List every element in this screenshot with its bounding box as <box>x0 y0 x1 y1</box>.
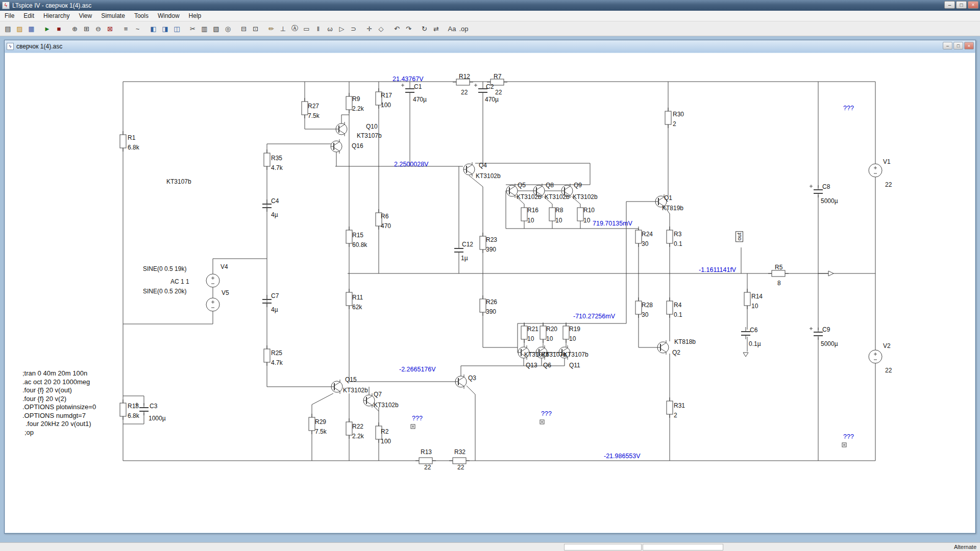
component-flag1[interactable] <box>411 424 415 429</box>
schematic-canvas[interactable]: R16.8kKT3107bSINE(0 0.5 19k)V4AC 1 1SINE… <box>5 53 975 533</box>
spice-directive[interactable]: .OPTIONS plotwinsize=0 <box>22 404 96 411</box>
child-minimize-button[interactable]: – <box>943 42 952 49</box>
component-label[interactable]: R16 <box>527 207 538 214</box>
component-R35[interactable] <box>264 149 270 170</box>
component-label[interactable]: SINE(0 0.5 20k) <box>143 288 186 295</box>
toolbar-run[interactable]: ► <box>41 23 53 34</box>
component-label[interactable]: KT3102b <box>476 172 501 180</box>
component-label[interactable]: 7.5k <box>308 112 320 119</box>
component-flag3[interactable] <box>842 443 846 447</box>
component-R21[interactable] <box>521 322 527 343</box>
component-label[interactable]: 390 <box>486 246 496 253</box>
component-label[interactable]: C12 <box>462 241 473 248</box>
component-Q10[interactable] <box>336 122 347 136</box>
component-label[interactable]: Q1 <box>664 194 672 202</box>
component-label[interactable]: 4.7k <box>271 359 283 366</box>
component-label[interactable]: R1 <box>128 134 135 141</box>
component-label[interactable]: Q2 <box>672 349 680 356</box>
toolbar-save[interactable]: ▦ <box>26 23 37 34</box>
component-R1[interactable] <box>120 131 126 152</box>
toolbar-ground[interactable]: ⊥ <box>277 23 289 34</box>
component-label[interactable]: Q9 <box>574 182 582 189</box>
component-label[interactable]: KT3107b <box>542 351 567 358</box>
component-R16[interactable] <box>521 204 527 224</box>
component-Q2[interactable] <box>657 340 669 355</box>
component-label[interactable]: 470µ <box>485 96 499 103</box>
component-R27[interactable] <box>302 98 308 118</box>
spice-directive[interactable]: .four 20kHz 20 v(out1) <box>26 420 91 428</box>
component-label[interactable]: Q5 <box>518 182 526 189</box>
maximize-button[interactable]: □ <box>956 1 967 9</box>
component-R11[interactable] <box>346 289 352 309</box>
child-close-button[interactable]: × <box>964 42 974 49</box>
toolbar-spice-netlist[interactable]: ≡ <box>120 23 132 34</box>
child-restore-button[interactable]: □ <box>953 42 963 49</box>
component-label[interactable]: R32 <box>454 448 465 456</box>
component-label[interactable]: R5 <box>775 264 782 271</box>
toolbar-zoom-region[interactable]: ⊞ <box>81 23 92 34</box>
component-label[interactable]: R35 <box>271 155 282 162</box>
voltage-annotation[interactable]: 2.2500028V <box>394 161 428 168</box>
component-label[interactable]: 4.7k <box>271 164 283 171</box>
component-label[interactable]: Q8 <box>546 182 554 189</box>
component-label[interactable]: 10 <box>527 335 534 342</box>
component-label[interactable]: 7.5k <box>315 428 327 435</box>
voltage-annotation[interactable]: -2.2665176V <box>399 366 436 373</box>
component-label[interactable]: 30 <box>642 311 648 318</box>
component-label[interactable]: R20 <box>546 325 557 333</box>
component-label[interactable]: 470µ <box>413 96 427 103</box>
component-label[interactable]: R21 <box>527 325 538 333</box>
spice-directive[interactable]: ;op <box>24 429 34 436</box>
toolbar-zoom-in[interactable]: ⊕ <box>69 23 81 34</box>
component-label[interactable]: KT3102b <box>573 193 598 201</box>
close-button[interactable]: × <box>968 1 978 9</box>
component-label[interactable]: KT3107b <box>564 351 589 358</box>
component-R24[interactable] <box>635 227 642 247</box>
voltage-annotation[interactable]: ??? <box>541 410 552 417</box>
component-R23[interactable] <box>480 233 486 253</box>
voltage-annotation[interactable]: -1.1611141fV <box>699 266 736 273</box>
component-label[interactable]: 10 <box>546 335 553 342</box>
component-label[interactable]: R24 <box>642 231 653 238</box>
component-V4[interactable] <box>206 274 219 287</box>
component-label[interactable]: KT3102b <box>517 193 542 201</box>
component-label[interactable]: V5 <box>222 289 229 296</box>
component-C9[interactable] <box>810 327 823 340</box>
component-label[interactable]: R3 <box>674 231 681 238</box>
toolbar-mirror[interactable]: ⇄ <box>430 23 442 34</box>
toolbar-pane-tile[interactable]: ◫ <box>171 23 183 34</box>
component-R4[interactable] <box>667 297 673 318</box>
component-label[interactable]: R31 <box>674 402 685 409</box>
component-R31[interactable] <box>667 397 673 418</box>
component-label[interactable]: R14 <box>751 293 763 300</box>
component-R28[interactable] <box>635 297 642 318</box>
component-label[interactable]: R8 <box>555 207 563 214</box>
voltage-annotation[interactable]: 21.43767V <box>393 76 423 83</box>
menu-edit[interactable]: Edit <box>19 11 39 21</box>
component-label[interactable]: R9 <box>352 95 360 103</box>
component-label[interactable]: Q3 <box>468 374 476 382</box>
component-Q5[interactable] <box>506 184 518 198</box>
component-C8[interactable] <box>810 185 823 197</box>
toolbar-cut[interactable]: ✂ <box>187 23 199 34</box>
component-R20[interactable] <box>540 322 546 343</box>
component-label[interactable]: Q10 <box>366 123 378 130</box>
component-R32[interactable] <box>449 458 470 464</box>
voltage-annotation[interactable]: ??? <box>412 415 423 422</box>
component-label[interactable]: Q11 <box>569 362 580 369</box>
voltage-annotation[interactable]: ??? <box>843 433 854 440</box>
spice-directive[interactable]: .four {f} 20 v(2) <box>22 395 66 403</box>
component-label[interactable]: C6 <box>750 327 757 334</box>
component-label[interactable]: 22 <box>457 464 464 471</box>
component-V5[interactable] <box>206 298 219 311</box>
component-label[interactable]: KT3107b <box>166 178 191 185</box>
toolbar-drag[interactable]: ◇ <box>375 23 387 34</box>
component-label[interactable]: 4µ <box>271 211 278 218</box>
component-label[interactable]: KT3102b <box>343 387 368 394</box>
net-flag-out[interactable]: out <box>736 231 743 242</box>
menu-view[interactable]: View <box>74 11 96 21</box>
component-R10[interactable] <box>577 204 583 224</box>
toolbar-component[interactable]: ⊃ <box>348 23 359 34</box>
component-label[interactable]: 22 <box>885 367 892 374</box>
component-label[interactable]: R26 <box>486 298 497 306</box>
